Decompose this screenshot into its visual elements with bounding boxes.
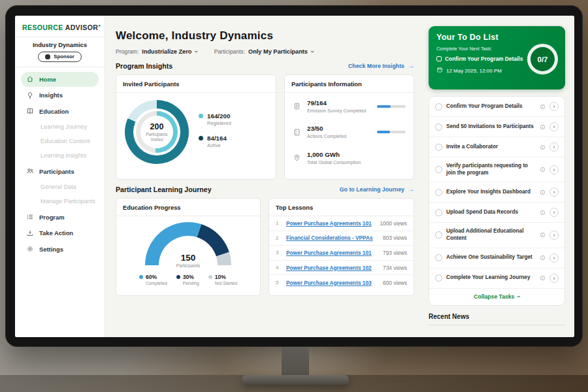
chevron-right-icon[interactable]: › [549, 142, 559, 152]
info-icon[interactable] [540, 255, 546, 261]
checkbox-icon[interactable] [435, 144, 442, 151]
sidebar-item-program[interactable]: Program [21, 210, 99, 225]
lesson-rank: 1 [276, 220, 281, 226]
lesson-rank: 2 [276, 235, 281, 241]
sidebar-item-take-action[interactable]: Take Action [21, 225, 99, 240]
info-label: Total Global Consumption [307, 159, 371, 165]
lesson-link[interactable]: Power Purchase Agreements 101 [286, 220, 374, 227]
task-row-verify-participants[interactable]: Verify participants requesting to join t… [429, 157, 564, 182]
task-row-achieve-sustainability-target[interactable]: Achieve One Sustainability Target › [429, 248, 564, 269]
org-name: Industry Dynamics [21, 42, 99, 48]
legend-dot [208, 275, 212, 279]
card-title: Participants Information [285, 75, 414, 93]
task-row-send-invitations[interactable]: Send 50 Invitations to Participants › [429, 117, 564, 137]
legend-value: 84/164 [207, 135, 227, 142]
sponsor-badge[interactable]: Sponsor [38, 52, 82, 62]
checkbox-icon[interactable] [435, 254, 442, 261]
check-more-insights-link[interactable]: Check More Insights → [348, 63, 414, 69]
sidebar-item-label: Insights [39, 91, 63, 99]
lesson-rank: 4 [276, 265, 281, 270]
lesson-link[interactable]: Power Purchase Agreements 103 [286, 280, 378, 286]
info-label: Actions Completed [307, 133, 371, 139]
checkbox-icon[interactable] [435, 166, 442, 173]
legend-label: Not Started [215, 281, 237, 286]
info-icon[interactable] [540, 124, 546, 130]
task-row-upload-spend-data[interactable]: Upload Spend Data Records › [429, 203, 564, 223]
lesson-link[interactable]: Financial Considerations - VPPAs [286, 235, 378, 241]
task-label: Complete Your Learning Journey [446, 274, 536, 282]
donut-center: 200 Participants Invited [140, 116, 173, 148]
task-row-upload-educational-content[interactable]: Upload Additional Educational Content › [429, 223, 564, 248]
info-icon[interactable] [540, 189, 546, 195]
chevron-right-icon[interactable]: › [549, 231, 559, 240]
go-to-learning-journey-link[interactable]: Go to Learning Journey → [340, 186, 414, 193]
sidebar-item-label: Learning Journey [41, 123, 87, 130]
checklist-icon [293, 128, 301, 137]
sidebar-item-learning-journey[interactable]: Learning Journey [21, 120, 99, 134]
collapse-tasks-button[interactable]: Collapse Tasks › [429, 289, 564, 305]
sidebar-item-participants[interactable]: Participants [21, 164, 99, 179]
info-value: 79/164 [307, 99, 371, 106]
sidebar-item-home[interactable]: Home [21, 72, 99, 87]
checkbox-icon[interactable] [435, 231, 442, 238]
info-icon[interactable] [540, 167, 546, 172]
checkbox-icon[interactable] [435, 103, 442, 110]
checkbox-icon[interactable] [435, 189, 442, 196]
chevron-right-icon[interactable]: › [549, 274, 559, 283]
info-value: 1,000 GWh [307, 151, 371, 158]
chevron-right-icon[interactable]: › [549, 188, 559, 197]
checkbox-icon[interactable] [436, 56, 442, 61]
info-icon[interactable] [540, 232, 546, 238]
legend-label: Active [207, 142, 227, 148]
legend-value: 30% [183, 274, 199, 280]
sidebar-item-education[interactable]: Education [21, 104, 99, 119]
info-icon[interactable] [540, 275, 546, 281]
section-title: Program Insights [116, 62, 172, 70]
legend-value: 164/200 [207, 112, 231, 120]
chevron-right-icon[interactable]: › [549, 165, 559, 174]
sidebar-nav: Home Insights Education Learning Journey… [21, 72, 99, 257]
sidebar-item-label: Learning Insights [41, 152, 86, 159]
sidebar-item-label: Take Action [39, 229, 73, 237]
sidebar-item-label: Manage Participants [41, 198, 95, 204]
chevron-right-icon[interactable]: › [549, 122, 559, 131]
recent-news-divider [429, 325, 565, 325]
legend-dot [199, 114, 203, 118]
checkbox-icon[interactable] [435, 274, 442, 282]
info-value: 23/50 [307, 125, 371, 132]
card-title: Education Progress [116, 199, 260, 216]
sidebar-item-learning-insights[interactable]: Learning Insights [21, 148, 99, 163]
lesson-link[interactable]: Power Purchase Agreements 102 [286, 265, 378, 271]
chevron-right-icon[interactable]: › [549, 102, 559, 111]
checkbox-icon[interactable] [435, 123, 442, 131]
task-row-invite-collaborator[interactable]: Invite a Collaborator › [429, 137, 564, 157]
participants-dropdown[interactable]: Participants: Only My Participants › [214, 48, 314, 55]
lesson-link[interactable]: Power Purchase Agreements 101 [286, 250, 378, 256]
lesson-views: 734 views [383, 265, 407, 271]
sidebar-item-settings[interactable]: Settings [21, 242, 99, 257]
sidebar-item-insights[interactable]: Insights [21, 88, 99, 103]
info-texts: 1,000 GWh Total Global Consumption [307, 151, 371, 165]
task-label: Confirm Your Program Details [446, 103, 536, 110]
card-title: Invited Participants [116, 75, 276, 93]
chevron-right-icon[interactable]: › [549, 253, 559, 263]
info-icon[interactable] [540, 104, 546, 110]
legend-value: 60% [146, 274, 167, 280]
legend-item-active: 84/164 Active [199, 135, 231, 148]
info-icon[interactable] [540, 210, 546, 216]
program-dropdown[interactable]: Program: Industrialize Zero › [116, 48, 197, 55]
sidebar-item-general-data[interactable]: General Data [21, 180, 99, 194]
chevron-up-icon: › [515, 295, 522, 297]
sidebar-item-manage-participants[interactable]: Manage Participants [21, 194, 99, 208]
task-row-confirm-program[interactable]: Confirm Your Program Details › [429, 97, 564, 117]
info-icon[interactable] [540, 144, 546, 150]
monitor-frame: RESOURCE ADVISOR+ Industry Dynamics Spon… [5, 5, 583, 347]
task-row-explore-insights[interactable]: Explore Your Insights Dashboard › [429, 182, 564, 203]
lesson-views: 793 views [383, 250, 407, 256]
task-row-complete-learning-journey[interactable]: Complete Your Learning Journey › [429, 269, 564, 289]
checkbox-icon[interactable] [435, 209, 442, 216]
people-icon [26, 167, 34, 175]
info-row-actions: 23/50 Actions Completed [285, 119, 414, 145]
sidebar-item-education-content[interactable]: Education Content [21, 134, 99, 148]
chevron-right-icon[interactable]: › [549, 208, 559, 217]
